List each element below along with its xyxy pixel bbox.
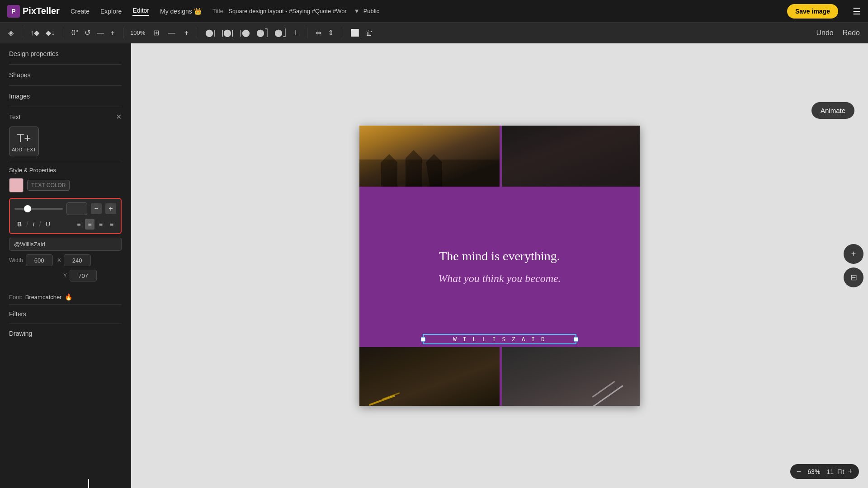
layers-button[interactable]: ⊟ <box>844 267 863 287</box>
x-input[interactable] <box>64 254 91 266</box>
toolbar-sep-2 <box>63 28 63 38</box>
text-section: Text ✕ T+ ADD TEXT <box>0 107 131 162</box>
align-right[interactable]: |⬤ <box>237 27 252 39</box>
align-group: ⬤| |⬤| |⬤ ⬤⎤ ⬤⎦ ⊥ <box>203 27 302 39</box>
username-row[interactable]: W I L L I S Z A I D <box>359 334 640 344</box>
plus-button[interactable]: + <box>108 27 117 39</box>
italic-button[interactable]: I <box>30 219 38 230</box>
width-input[interactable] <box>26 254 53 266</box>
selection-handle-right[interactable] <box>574 337 578 342</box>
underline-button[interactable]: U <box>43 219 53 230</box>
add-element-button[interactable]: + <box>844 244 863 264</box>
toolbar-sep-6 <box>342 28 342 38</box>
username-selected-element[interactable]: W I L L I S Z A I D <box>423 334 576 344</box>
add-text-icon: T+ <box>17 131 31 145</box>
add-text-button[interactable]: T+ ADD TEXT <box>9 127 39 156</box>
undo-button[interactable]: Undo <box>814 27 836 39</box>
align-left[interactable]: ⬤| <box>203 27 218 39</box>
x-group: X <box>57 254 91 266</box>
move-down-button[interactable]: ◆↓ <box>43 27 57 39</box>
canvas-area[interactable]: Animate <box>131 43 868 488</box>
frame-button[interactable]: ⬜ <box>348 27 362 39</box>
flip-h[interactable]: ⇔ <box>313 27 324 39</box>
nav-editor[interactable]: Editor <box>132 7 149 16</box>
sidebar-images[interactable]: Images <box>0 86 131 107</box>
align-justify-text[interactable]: ≡ <box>107 219 116 230</box>
font-size-slider[interactable] <box>14 208 63 210</box>
save-image-button[interactable]: Save image <box>787 4 838 19</box>
layer-button[interactable]: ◈ <box>5 27 16 39</box>
title-text: Square design layout - #Saying #Quote #W… <box>228 8 346 14</box>
zoom-fit-button[interactable]: Fit <box>837 468 844 475</box>
minus-button[interactable]: — <box>94 27 107 39</box>
font-size-row: 30 − + <box>14 202 116 215</box>
color-row: TEXT COLOR <box>9 178 122 192</box>
x-label: X <box>57 257 61 263</box>
redo-button[interactable]: Redo <box>840 27 863 39</box>
sidebar-design-props[interactable]: Design properties <box>0 43 131 64</box>
align-middle[interactable]: ⬤⎦ <box>272 27 289 39</box>
align-left-text[interactable]: ≡ <box>74 219 83 230</box>
logo-icon: P <box>7 5 20 18</box>
font-size-box: 30 − + B / I / U ≡ ≡ ≡ ≡ <box>9 198 122 234</box>
grid-button[interactable]: ⊞ <box>151 27 162 39</box>
photo-bottom-left <box>359 347 500 406</box>
visibility-selector[interactable]: Public <box>363 8 379 14</box>
fire-icon: 🔥 <box>65 293 72 300</box>
text-input-row <box>9 238 122 251</box>
text-section-title: Text <box>9 113 21 121</box>
sidebar-shapes[interactable]: Shapes <box>0 65 131 85</box>
align-center-h[interactable]: |⬤| <box>219 27 236 39</box>
font-row: Font: Breamcatcher 🔥 <box>0 290 131 304</box>
filters-section[interactable]: Filters <box>0 305 131 324</box>
toolbar-sep-3 <box>123 28 123 38</box>
text-color-button[interactable]: TEXT COLOR <box>27 180 70 191</box>
close-text-section[interactable]: ✕ <box>116 113 122 121</box>
color-swatch[interactable] <box>9 178 24 192</box>
text-content-input[interactable] <box>9 238 122 251</box>
delete-button[interactable]: 🗑 <box>363 27 376 39</box>
zoom-plus[interactable]: + <box>182 27 191 39</box>
align-bottom[interactable]: ⊥ <box>290 27 302 39</box>
y-input[interactable] <box>70 270 97 282</box>
toolbar-sep-4 <box>197 28 197 38</box>
style-properties-section: Style & Properties TEXT COLOR 30 − + B / <box>0 162 131 290</box>
font-size-input[interactable]: 30 <box>66 202 87 215</box>
zoom-percentage: 63% <box>805 468 823 475</box>
flip-v[interactable]: ⇕ <box>325 27 336 39</box>
align-top[interactable]: ⬤⎤ <box>254 27 271 39</box>
animate-button[interactable]: Animate <box>811 102 854 119</box>
title-label: Title: <box>212 8 225 14</box>
font-size-increase[interactable]: + <box>105 203 116 214</box>
toolbar-sep-5 <box>307 28 307 38</box>
visibility-label: Public <box>363 8 379 14</box>
nav-explore[interactable]: Explore <box>100 8 122 15</box>
zoom-out-button[interactable]: − <box>797 467 802 476</box>
rotate-input[interactable]: 0° <box>69 27 81 39</box>
nav-my-designs[interactable]: My designs <box>160 8 202 15</box>
zoom-minus[interactable]: — <box>165 27 178 39</box>
logo[interactable]: P PixTeller <box>7 5 60 18</box>
zoom-in-button[interactable]: + <box>848 467 853 476</box>
font-size-decrease[interactable]: − <box>91 203 102 214</box>
hamburger-menu[interactable]: ☰ <box>853 6 861 17</box>
width-label: Width <box>9 257 23 263</box>
flip-group: ⇔ ⇕ <box>313 27 336 39</box>
drawing-section[interactable]: Drawing <box>0 324 131 343</box>
zoom-controls: − 63% 11 Fit + <box>790 464 859 479</box>
move-up-button[interactable]: ↑◆ <box>28 27 42 39</box>
nav-create[interactable]: Create <box>71 8 90 15</box>
slider-thumb[interactable] <box>24 205 31 212</box>
zoom-value: 100% <box>129 29 147 36</box>
design-props-label: Design properties <box>9 50 59 57</box>
align-right-text[interactable]: ≡ <box>96 219 105 230</box>
bold-button[interactable]: B <box>14 219 24 230</box>
selection-handle-left[interactable] <box>421 337 425 342</box>
logo-text: PixTeller <box>23 6 60 16</box>
toolbar-sep-1 <box>22 28 22 38</box>
rotate-ccw[interactable]: ↺ <box>82 27 93 39</box>
align-center-text[interactable]: ≡ <box>85 219 94 230</box>
drawing-label: Drawing <box>9 330 32 337</box>
width-group: Width <box>9 254 53 266</box>
font-name-selector[interactable]: Breamcatcher <box>25 294 62 300</box>
